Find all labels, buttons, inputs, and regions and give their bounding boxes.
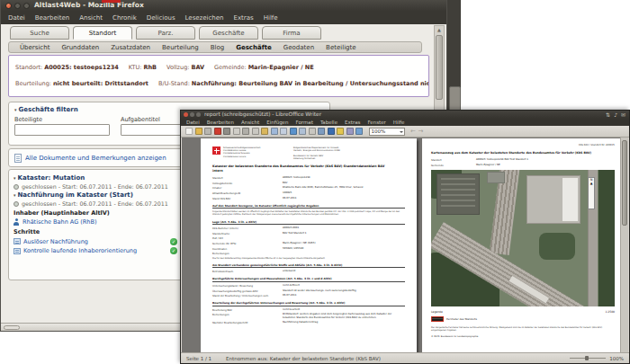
field-row: StandortA00025: testoeps1234 BAV Test St… [431, 158, 615, 162]
print-preview-icon[interactable] [233, 128, 240, 135]
subtab-blog[interactable]: Blog [211, 44, 224, 51]
aerial-map: N [431, 170, 615, 306]
field-label: Nächster Bearbeitungsschritt [212, 321, 283, 324]
nonprinting-chars-icon[interactable] [346, 128, 354, 135]
undo-icon[interactable] [271, 128, 278, 135]
forward-icon[interactable]: → [418, 126, 423, 138]
menu-delicious[interactable]: Delicious [147, 14, 176, 22]
menu-ansicht[interactable]: Ansicht [241, 120, 259, 125]
beteiligte-input[interactable] [14, 124, 110, 136]
window-maximize-button[interactable] [196, 112, 201, 117]
menu-einfügen[interactable]: Einfügen [266, 120, 288, 125]
network-indicator-icon[interactable]: ⇅ [606, 111, 610, 119]
menu-lesezeichen[interactable]: Lesezeichen [185, 14, 224, 22]
zoom-control: 100% [570, 356, 624, 361]
subtab-übersicht[interactable]: Übersicht [20, 44, 50, 51]
status-grip[interactable] [4, 325, 20, 330]
collapse-triangle-icon[interactable]: ▾ [14, 192, 16, 198]
tab-parz-[interactable]: Parz. [136, 26, 195, 40]
save-icon[interactable] [204, 128, 212, 135]
collapse-triangle-icon[interactable]: ▾ [14, 175, 16, 181]
volume-indicator-icon[interactable]: ♪ [614, 111, 617, 119]
menu-tabelle[interactable]: Tabelle [320, 120, 338, 125]
zoom-icon[interactable] [356, 128, 363, 135]
info-value: RhB [143, 64, 157, 71]
field-row: Untersuchungsstand / Bewertungnicht defi… [212, 284, 405, 288]
tab-geschäfte[interactable]: Geschäfte [199, 26, 258, 40]
confederation-line: Confederaziun svizra [223, 155, 275, 158]
paste-icon[interactable] [252, 128, 259, 135]
open-icon[interactable] [195, 128, 202, 135]
map-copyright: © PK25: Bundesamt für Landestopographie [431, 335, 615, 338]
field-row: InhaberRhätische Bahn AG (RhB), Bahnhofs… [212, 186, 405, 190]
copy-icon[interactable] [242, 128, 249, 135]
table-icon[interactable] [299, 128, 306, 135]
scrollbar-thumb[interactable] [622, 140, 627, 226]
back-icon[interactable]: ← [410, 126, 416, 138]
menu-datei[interactable]: Datei [186, 120, 200, 125]
report-body: StandortA00025: testoeps1234Vollzugsbehö… [212, 176, 405, 324]
subtab-geschäfte[interactable]: Geschäfte [236, 44, 272, 51]
scrollbar-thumb[interactable] [436, 35, 443, 100]
gallery-icon[interactable] [337, 128, 344, 135]
subtab-geodaten[interactable]: Geodaten [284, 44, 314, 51]
window-close-button[interactable] [184, 112, 188, 117]
draw-functions-icon[interactable] [309, 128, 316, 135]
window-minimize-button[interactable] [190, 112, 194, 117]
navigator-icon[interactable] [328, 128, 335, 135]
new-document-icon[interactable] [185, 128, 193, 135]
inhaber-link[interactable]: Rhätische Bahn AG (RhB) [22, 218, 96, 226]
hyperlink-icon[interactable] [290, 128, 297, 135]
print-icon[interactable] [223, 128, 230, 135]
collapse-triangle-icon[interactable]: ▾ [14, 107, 17, 112]
menu-hilfe[interactable]: Hilfe [264, 14, 278, 22]
menu-bearbeiten[interactable]: Bearbeiten [35, 14, 69, 22]
window-minimize-button[interactable] [14, 3, 21, 9]
nachfuehrung-status: geschlossen - Start: 06.07.2011 - Ende: … [22, 200, 168, 207]
field-value: A00025: testoeps1234 [283, 176, 405, 180]
subtab-beurteilung[interactable]: Beurteilung [162, 44, 199, 51]
window-maximize-button[interactable] [23, 3, 30, 9]
section-heading: Beurteilung der durchgeführten Untersuch… [212, 301, 405, 306]
field-label: Standort [212, 176, 283, 180]
schritt-link[interactable]: Auslöser Nachführung [23, 238, 88, 245]
map-scale: 1:2500 [605, 310, 615, 314]
field-row: Stand der Bearbeitung / Untersuchungen v… [212, 294, 405, 297]
zoom-slider[interactable] [570, 358, 606, 359]
menu-extras[interactable]: Extras [345, 120, 360, 125]
document-page-1: Schweizerische EidgenossenschaftConfédér… [201, 138, 417, 352]
subtab-grunddaten[interactable]: Grunddaten [61, 44, 99, 51]
format-paintbrush-icon[interactable] [261, 128, 268, 135]
menu-bearbeiten[interactable]: Bearbeiten [207, 120, 234, 125]
field-value: Marin-Epagnier / NE (6455) [283, 242, 405, 245]
tab-suche[interactable]: Suche [10, 26, 69, 40]
zoom-combobox[interactable]: 100% [369, 128, 405, 136]
subtab-zusatzdaten[interactable]: Zusatzdaten [111, 44, 150, 51]
perimeter-swatch-icon [431, 316, 444, 322]
export-pdf-icon[interactable] [214, 128, 221, 135]
mail-indicator-icon[interactable]: ✉ [621, 111, 626, 119]
menu-chronik[interactable]: Chronik [112, 14, 137, 22]
status-info: Entnommen aus: Kataster der belasteten S… [226, 356, 381, 361]
menu-hilfe[interactable]: Hilfe [393, 120, 405, 125]
schritt-link[interactable]: Kontrolle laufende Inhaberorientierung [23, 247, 137, 254]
writer-scrollbar[interactable] [620, 138, 628, 352]
tab-firma[interactable]: Firma [262, 26, 321, 40]
find-replace-icon[interactable] [318, 128, 325, 135]
section-heading: Lage (Art. 5 Abs. 3 lit. a AltlV) [212, 220, 405, 226]
field-label: Überwachungsbedürftig gemäss AltlV [212, 289, 283, 293]
field-value: BAV Test Standort 1 [283, 232, 405, 235]
redo-icon[interactable] [280, 128, 287, 135]
subtab-beteiligte[interactable]: Beteiligte [326, 44, 356, 51]
map-building [526, 175, 580, 224]
field-row: Beurteilung BAVnicht beurteilt [212, 308, 405, 312]
all-documents-link[interactable]: Alle Dokumente und Bemerkungen anzeigen [25, 155, 166, 162]
window-close-button[interactable] [5, 3, 12, 9]
menu-extras[interactable]: Extras [234, 14, 254, 22]
scroll-up-icon[interactable]: ▲ [435, 26, 444, 34]
menu-datei[interactable]: Datei [8, 14, 25, 22]
tab-standort[interactable]: Standort [73, 26, 132, 40]
menu-format[interactable]: Format [296, 120, 313, 125]
menu-fenster[interactable]: Fenster [367, 120, 385, 125]
menu-ansicht[interactable]: Ansicht [79, 14, 103, 22]
